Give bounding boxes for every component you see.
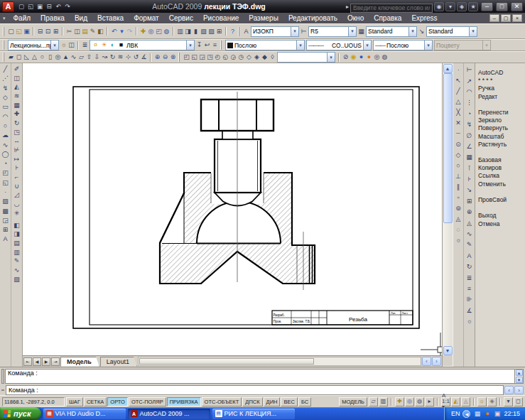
paste-icon[interactable]: ▤ <box>81 26 89 37</box>
rectangle-icon[interactable]: ▭ <box>1 102 11 112</box>
dim-diameter-icon[interactable]: ∅ <box>465 130 475 141</box>
command-history-scrollbar[interactable]: ▲ ▼ <box>515 369 524 384</box>
quick-leader-icon[interactable]: ↘ <box>465 185 475 195</box>
steering-wheel-icon[interactable]: ◍ <box>415 397 424 406</box>
loft-icon[interactable]: ≋ <box>117 52 124 63</box>
view-back-icon[interactable]: ◵ <box>222 52 229 63</box>
command-scroll-right-button[interactable]: › <box>514 386 524 394</box>
workspace-combo[interactable]: Лекционны...профиль▾ <box>8 40 59 50</box>
copy-object-icon[interactable]: ◫ <box>12 74 21 83</box>
toolbar-lock-icon[interactable]: ◈ <box>487 397 497 406</box>
make-block-icon[interactable]: ◱ <box>1 178 11 188</box>
fillet-icon[interactable]: ◡ <box>12 200 21 209</box>
make-object-layer-current-icon[interactable]: ↧ <box>195 40 203 50</box>
vertical-scroll-track[interactable] <box>443 73 453 346</box>
dim-jogged-icon[interactable]: ↯ <box>465 119 475 130</box>
maximize-button[interactable]: □ <box>496 2 508 11</box>
dim-space-icon[interactable]: ≡ <box>465 284 475 294</box>
screen-menu-item[interactable]: Выход <box>478 212 525 220</box>
hatch-edit-icon[interactable]: ▧ <box>12 275 21 284</box>
redo-icon[interactable]: ↷ <box>126 26 134 37</box>
vertical-scroll-thumb[interactable] <box>443 73 453 223</box>
offset-icon[interactable]: ≋ <box>12 92 21 101</box>
block-editor-icon[interactable]: ◧ <box>97 26 104 37</box>
toggle-polar[interactable]: ОТС-ПОЛЯР <box>129 397 166 406</box>
screen-menu-item[interactable]: Отменить <box>478 181 525 188</box>
dim-baseline-icon[interactable]: ⊺ <box>465 163 475 174</box>
infocenter-arrow-icon[interactable]: ▸ <box>346 4 349 10</box>
workspace-settings-icon[interactable]: ☼ <box>60 40 67 50</box>
annotation-visibility-icon[interactable]: ◭ <box>451 397 460 406</box>
language-indicator[interactable]: EN <box>451 410 460 417</box>
clock[interactable]: 22:15 <box>504 410 520 417</box>
dim-angular-icon[interactable]: ∠ <box>465 141 475 152</box>
scroll-right-button[interactable]: › <box>432 357 441 366</box>
layer-color-swatch[interactable]: ■ <box>117 40 125 50</box>
snap-insert-icon[interactable]: ▫ <box>454 193 463 203</box>
view-swiso-icon[interactable]: ◶ <box>229 52 237 63</box>
task-ris-k-lekciya[interactable]: ▤ РИС К ЛЕКЦИЯ... <box>212 409 295 419</box>
screen-menu-item[interactable] <box>478 204 525 212</box>
explode-icon[interactable]: ✳ <box>12 209 21 218</box>
move-icon[interactable]: ✚ <box>12 109 21 119</box>
snap-quadrant-icon[interactable]: ◇ <box>454 150 463 161</box>
draworder-front-icon[interactable]: ◧ <box>12 221 21 230</box>
sweep-icon[interactable]: ↝ <box>101 52 109 63</box>
minimize-button[interactable]: – <box>481 2 493 11</box>
publish-icon[interactable]: ⊞ <box>52 26 60 37</box>
color-combo[interactable]: Послою▾ <box>225 40 305 50</box>
menu-edit[interactable]: Правка <box>36 14 70 22</box>
layer-combo[interactable]: ¤☀◐■ЛВК▾ <box>90 40 195 50</box>
chevron-down-icon[interactable]: ▾ <box>296 41 304 50</box>
screen-menu-item[interactable] <box>478 188 525 196</box>
temporary-track-point-icon[interactable]: ∙ <box>454 65 463 75</box>
command-history-text[interactable]: Команда : <box>5 369 515 384</box>
menu-draw[interactable]: Рисование <box>198 14 244 22</box>
layer-on-icon[interactable]: ¤ <box>92 40 99 50</box>
open-icon[interactable]: ◱ <box>15 26 23 37</box>
sphere-icon[interactable]: ○ <box>38 52 46 63</box>
tab-layout1[interactable]: Layout1 <box>100 357 137 367</box>
screen-menu-item[interactable]: Отмена <box>478 220 525 228</box>
status-tray-arrow-icon[interactable]: ▾ <box>504 397 513 406</box>
command-window-grip[interactable] <box>1 369 4 384</box>
draworder-back-icon[interactable]: ◨ <box>12 230 21 239</box>
snap-midpoint-icon[interactable]: △ <box>454 97 463 107</box>
scroll-up-button[interactable]: ▲ <box>516 370 523 376</box>
command-line-grip[interactable] <box>1 389 4 391</box>
view-seiso-icon[interactable]: ◷ <box>237 52 245 63</box>
dim-break-icon[interactable]: ⊪ <box>465 294 475 305</box>
torus-icon[interactable]: ◎ <box>54 52 62 63</box>
showmotion-icon[interactable]: ▸ <box>425 397 434 406</box>
tray-audio-icon[interactable]: ▣ <box>493 410 501 418</box>
break-icon[interactable]: ⌐ <box>12 173 21 182</box>
advanced-render-settings-icon[interactable]: ◍ <box>381 52 389 63</box>
toggle-ortho[interactable]: ОРТО <box>107 397 128 406</box>
dim-style-combo[interactable]: R5▾ <box>308 26 357 37</box>
layer-states-icon[interactable]: ≡ <box>211 40 219 50</box>
model-paper-toggle[interactable]: МОДЕЛЬ <box>339 397 367 406</box>
polygon-icon[interactable]: ◇ <box>1 93 11 102</box>
markup-set-manager-icon[interactable]: ▨ <box>207 26 215 37</box>
planar-surface-icon[interactable]: ▱ <box>77 52 85 63</box>
screen-menu-item[interactable] <box>478 101 525 109</box>
dim-angular-quadrant-icon[interactable]: ∡ <box>465 306 475 316</box>
linetype-combo[interactable]: ———CO..UOUS▾ <box>306 40 372 50</box>
menu-express[interactable]: Express <box>406 14 442 22</box>
chevron-down-icon[interactable]: ▾ <box>408 27 416 36</box>
screen-menu-item[interactable]: Редакт <box>478 93 525 101</box>
pan-icon[interactable]: ✚ <box>395 397 404 406</box>
layer-previous-icon[interactable]: ↩ <box>203 40 211 50</box>
copy-icon[interactable]: ◫ <box>73 26 81 37</box>
dim-text-edit-icon[interactable]: A <box>465 251 475 262</box>
start-button[interactable]: пуск <box>0 407 41 420</box>
3d-move-icon[interactable]: ⊹ <box>124 52 132 63</box>
communication-center-icon[interactable]: ◈ <box>457 2 467 11</box>
help-icon[interactable]: ? <box>229 26 237 37</box>
visual-style-realistic-icon[interactable]: ◊ <box>269 52 276 63</box>
join-icon[interactable]: ∪ <box>12 182 21 191</box>
sheet-set-manager-icon[interactable]: ▧ <box>200 26 207 37</box>
menu-insert[interactable]: Вставка <box>92 14 129 22</box>
screen-menu-item[interactable]: Зеркало <box>478 117 525 124</box>
undo-icon[interactable]: ↶ <box>54 2 63 11</box>
